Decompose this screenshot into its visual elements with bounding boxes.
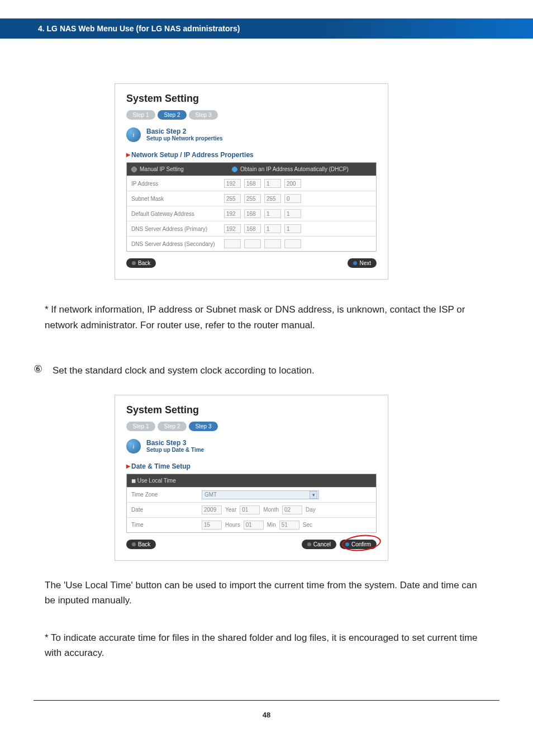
section-label: ▸Network Setup / IP Address Properties [126,150,377,159]
basic-step-title: Basic Step 2 [146,127,223,135]
basic-step-title: Basic Step 3 [146,439,204,447]
chapter-title: 4. LG NAS Web Menu Use (for LG NAS admin… [38,24,240,33]
next-button[interactable]: Next [348,258,377,268]
row-label: DNS Server Address (Primary) [131,226,221,232]
year-input[interactable] [202,505,222,514]
row-label: Subnet Mask [131,196,221,202]
step-number-6: ⑥ [34,363,42,378]
note-use-local-time: The 'Use Local Time' button can be used … [45,578,488,608]
use-local-time-button[interactable]: ◼ Use Local Time [127,474,376,487]
step-1[interactable]: Step 1 [126,110,155,120]
screenshot-network-setup: System Setting Step 1 Step 2 Step 3 i Ba… [115,83,388,280]
ip-octet[interactable] [244,194,261,203]
ip-octet[interactable] [284,194,301,203]
min-input[interactable] [244,521,264,530]
table-row: IP Address [127,176,376,191]
basic-step-sub: Setup up Network properties [146,135,223,141]
ip-octet[interactable] [224,224,241,233]
ip-octet[interactable] [284,224,301,233]
row-label: IP Address [131,181,221,187]
info-icon: i [126,127,141,142]
hours-input[interactable] [202,521,222,530]
step-2[interactable]: Step 2 [158,422,187,431]
footer-divider [34,700,499,701]
cancel-button[interactable]: Cancel [302,540,336,549]
day-input[interactable] [282,505,302,514]
table-row: Time Hours Min Sec [127,517,376,532]
ip-octet[interactable] [224,239,241,248]
note-network-info: * If network information, IP address or … [45,302,488,332]
arrow-icon: ▸ [126,150,130,159]
table-row: DNS Server Address (Primary) [127,221,376,236]
svg-text:i: i [133,132,135,138]
row-label: DNS Server Address (Secondary) [131,241,221,247]
ip-octet[interactable] [284,239,301,248]
step-3[interactable]: Step 3 [189,110,218,120]
month-input[interactable] [240,505,260,514]
basic-step-sub: Setup up Date & Time [146,447,204,453]
ip-octet[interactable] [224,194,241,203]
note-accurate-time: * To indicate accurate time for files in… [45,630,488,660]
chevron-down-icon: ▾ [310,491,317,499]
table-row: Default Gateway Address [127,206,376,221]
ip-octet[interactable] [264,224,281,233]
back-button[interactable]: Back [126,258,156,268]
page-title: System Setting [126,404,377,416]
screenshot-date-time: System Setting Step 1 Step 2 Step 3 i Ba… [115,395,388,561]
table-row: Subnet Mask [127,191,376,206]
page-number: 48 [263,711,270,719]
ip-octet[interactable] [244,209,261,218]
confirm-button[interactable]: Confirm [340,540,377,549]
ip-octet[interactable] [264,239,281,248]
step-6-text: Set the standard clock and system clock … [53,363,315,378]
table-row: Date Year Month Day [127,502,376,517]
ip-octet[interactable] [284,209,301,218]
row-label: Date [131,507,198,513]
ip-octet[interactable] [224,179,241,188]
ip-octet[interactable] [284,179,301,188]
wizard-steps: Step 1 Step 2 Step 3 [126,110,377,120]
ip-octet[interactable] [264,209,281,218]
ip-octet[interactable] [264,194,281,203]
arrow-icon: ▸ [126,461,130,470]
row-label: Time Zone [131,492,198,498]
wizard-steps: Step 1 Step 2 Step 3 [126,422,377,431]
ip-octet[interactable] [264,179,281,188]
table-row: Time Zone GMT ▾ [127,487,376,502]
radio-manual-ip[interactable]: Manual IP Setting [127,163,227,176]
step-1[interactable]: Step 1 [126,422,155,431]
radio-dhcp[interactable]: Obtain an IP Address Automatically (DHCP… [227,163,376,176]
row-label: Time [131,522,198,528]
step-2[interactable]: Step 2 [158,110,187,120]
sec-input[interactable] [279,521,299,530]
step-3[interactable]: Step 3 [189,422,218,431]
svg-text:i: i [133,443,135,449]
back-button[interactable]: Back [126,540,156,549]
ip-octet[interactable] [224,209,241,218]
info-icon: i [126,439,141,453]
page-title: System Setting [126,93,377,105]
ip-octet[interactable] [244,239,261,248]
timezone-select[interactable]: GMT ▾ [202,490,319,499]
row-label: Default Gateway Address [131,211,221,217]
ip-settings-table: Manual IP Setting Obtain an IP Address A… [126,162,377,252]
ip-octet[interactable] [244,179,261,188]
section-label: ▸Date & Time Setup [126,461,377,470]
table-row: DNS Server Address (Secondary) [127,236,376,251]
chapter-band: 4. LG NAS Web Menu Use (for LG NAS admin… [0,18,533,39]
date-time-table: ◼ Use Local Time Time Zone GMT ▾ Date Ye… [126,474,377,533]
ip-octet[interactable] [244,224,261,233]
